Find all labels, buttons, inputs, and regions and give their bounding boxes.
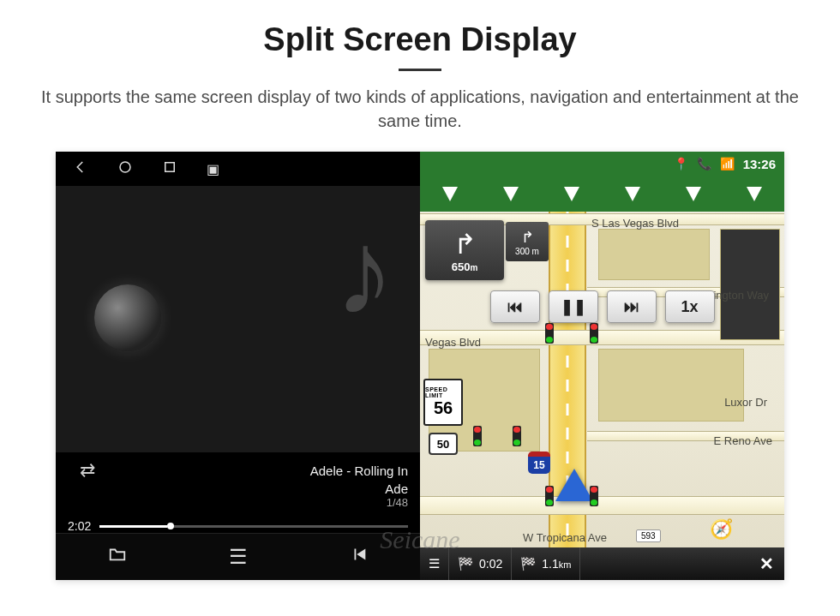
svg-point-0 [120,162,130,172]
road [420,496,784,515]
android-nav-bar: ▣ [56,152,420,186]
flag-icon: 🏁 [520,556,537,571]
skip-back-button[interactable]: ⏮ [490,290,540,323]
traffic-light-icon [545,486,554,506]
page-title: Split Screen Display [0,21,840,58]
eta-display: 🏁 0:02 [449,547,512,580]
flag-icon: 🏁 [458,556,474,571]
music-pane: ▣ ♪ ⇄ Adele - Rolling In Ade 1/48 2:02 ☰ [56,152,420,580]
turn-left-icon: ↰ [453,228,477,260]
speed-button[interactable]: 1x [665,290,715,323]
next-turn-instruction: ↱ 300 m [506,222,549,261]
distance-value: 1.1km [542,557,571,571]
home-icon[interactable] [117,159,133,178]
traffic-light-icon [473,426,482,446]
speed-limit-value: 56 [434,398,453,418]
speed-limit-sign: SPEED LIMIT 56 [423,379,463,426]
lane-arrow-icon [625,187,640,201]
menu-button[interactable]: ☰ [420,547,449,580]
eta-value: 0:02 [479,557,502,571]
turn-distance: 650m [452,260,478,273]
traffic-light-icon [590,323,598,344]
progress-row: 2:02 [56,514,420,533]
svg-rect-1 [165,163,175,172]
skip-forward-button[interactable]: ⏭ [607,290,657,323]
progress-bar[interactable] [99,525,408,528]
traffic-light-icon [590,486,598,506]
nav-bottom-bar: ☰ 🏁 0:02 🏁 1.1km ✕ [420,547,784,580]
elapsed-time: 2:02 [68,519,91,533]
track-title: Adele - Rolling In [310,463,408,478]
virtual-joystick[interactable] [94,284,161,351]
speed-limit-label: SPEED LIMIT [425,386,461,398]
lane-arrow-icon [503,187,519,201]
map-area[interactable]: S Las Vegas Blvd Duke Ellington Way Luxo… [420,212,784,547]
title-underline [399,69,441,71]
building [720,229,780,340]
interstate-shield: 15 [528,452,550,474]
lane-guidance-bar [420,176,784,212]
lane-arrow-icon [442,187,458,201]
shuffle-icon[interactable]: ⇄ [80,459,95,481]
turn-right-icon: ↱ [521,228,534,247]
vehicle-position-icon [555,469,593,501]
playback-controls: ⏮ ❚❚ ⏭ 1x [439,290,765,323]
menu-icon: ☰ [429,556,440,571]
screenshot-icon[interactable]: ▣ [207,161,222,176]
previous-track-icon[interactable] [348,545,370,569]
music-note-icon: ♪ [334,203,394,342]
album-art-area: ♪ [56,186,420,452]
page-description: It supports the same screen display of t… [34,85,806,133]
wifi-icon: 📶 [720,157,735,170]
recent-apps-icon[interactable] [162,159,177,178]
traffic-light-icon [545,323,554,344]
clock: 13:26 [743,157,776,171]
folder-icon[interactable] [106,545,129,569]
lane-arrow-icon [564,187,579,201]
block [598,229,710,280]
status-bar: 📍 📞 📶 13:26 [420,152,784,176]
route-shield: 50 [429,433,458,455]
track-artist: Ade [68,481,408,496]
lane-arrow-icon [747,187,762,201]
close-button[interactable]: ✕ [748,553,784,574]
device-screenshot: ▣ ♪ ⇄ Adele - Rolling In Ade 1/48 2:02 ☰ [56,152,784,580]
phone-icon: 📞 [697,157,711,170]
navigation-pane: 📍 📞 📶 13:26 S Las Vegas Blvd Du [420,152,784,580]
block [598,349,744,422]
turn-instruction: ↰ 650m [425,220,504,280]
street-label: S Las Vegas Blvd [591,217,679,230]
music-bottom-bar: ☰ [56,533,420,580]
traffic-light-icon [513,426,521,446]
street-badge: 593 [636,529,661,542]
street-label: Vegas Blvd [425,336,481,349]
track-index: 1/48 [68,496,408,509]
location-icon: 📍 [674,157,688,170]
lane-arrow-icon [686,187,701,201]
distance-display: 🏁 1.1km [512,547,580,580]
playlist-icon[interactable]: ☰ [229,545,248,569]
close-icon: ✕ [759,554,774,573]
street-label: E Reno Ave [714,434,772,447]
pause-button[interactable]: ❚❚ [549,290,598,323]
compass-icon[interactable]: 🧭 [710,518,733,541]
street-label: W Tropicana Ave [523,531,607,544]
back-icon[interactable] [73,159,88,178]
music-metadata: ⇄ Adele - Rolling In Ade 1/48 [56,452,420,514]
street-label: Luxor Dr [724,396,767,409]
